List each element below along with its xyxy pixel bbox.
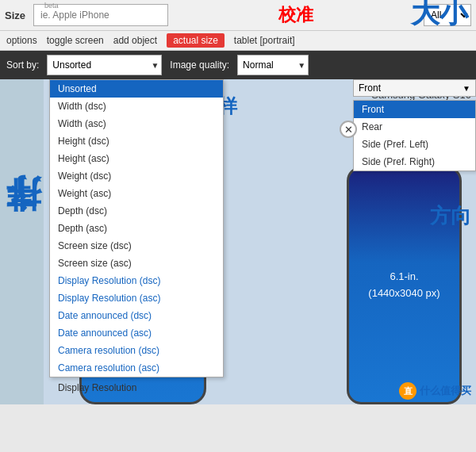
sort-item-camera-dsc[interactable]: Camera resolution (dsc) xyxy=(50,342,223,359)
sort-bar: Sort by: Unsorted ▼ Image quality: Norma… xyxy=(0,51,476,79)
phone-right-resolution: (1440x3040 px) xyxy=(368,285,440,302)
view-dropdown-menu: Front Rear Side (Pref. Left) Side (Pref.… xyxy=(353,100,476,171)
sort-dropdown: Unsorted Width (dsc) Width (asc) Height … xyxy=(49,79,224,377)
phone-right-size: 6.1-in. xyxy=(368,269,440,285)
view-item-side-left[interactable]: Side (Pref. Left) xyxy=(354,136,475,153)
sort-item-screen-dsc[interactable]: Screen size (dsc) xyxy=(50,237,223,255)
nav-add-object[interactable]: add object xyxy=(113,35,157,46)
sort-item-screen-asc[interactable]: Screen size (asc) xyxy=(50,255,223,272)
beta-label: beta xyxy=(44,2,59,10)
sort-item-depth-dsc[interactable]: Depth (dsc) xyxy=(50,202,223,220)
view-dropdown-close-button[interactable]: ✕ xyxy=(340,121,357,138)
top-right-chinese: 大小 xyxy=(411,0,468,33)
actual-size-button[interactable]: actual size xyxy=(167,33,225,48)
calibrate-text: 校准 xyxy=(173,3,419,27)
watermark-area: 直 什么值得买 xyxy=(399,382,471,400)
sort-item-width-asc[interactable]: Width (asc) xyxy=(50,115,223,132)
quality-select[interactable]: Normal xyxy=(237,55,309,75)
sort-item-weight-asc[interactable]: Weight (asc) xyxy=(50,185,223,202)
nav-options[interactable]: options xyxy=(6,35,37,46)
view-item-rear[interactable]: Rear xyxy=(354,118,475,136)
left-side-label: 排序 xyxy=(0,79,44,404)
display-resolution-label: Display Resolution xyxy=(58,382,136,393)
quality-label: Image quality: xyxy=(170,59,229,71)
sort-item-unsorted[interactable]: Unsorted xyxy=(50,80,223,98)
watermark-icon: 直 xyxy=(399,382,416,400)
sort-select[interactable]: Unsorted xyxy=(47,55,162,75)
sort-item-height-dsc[interactable]: Height (dsc) xyxy=(50,132,223,150)
sort-item-weight-dsc[interactable]: Weight (dsc) xyxy=(50,167,223,185)
sort-item-height-asc[interactable]: Height (asc) xyxy=(50,150,223,167)
sort-item-display-res-dsc[interactable]: Display Resolution (dsc) xyxy=(50,272,223,289)
view-item-side-right[interactable]: Side (Pref. Right) xyxy=(354,153,475,170)
view-item-front[interactable]: Front xyxy=(354,101,475,118)
sort-item-depth-asc[interactable]: Depth (asc) xyxy=(50,220,223,237)
view-dropdown-label: Front xyxy=(359,82,381,94)
sort-item-display-res-asc[interactable]: Display Resolution (asc) xyxy=(50,289,223,307)
sort-item-width-dsc[interactable]: Width (dsc) xyxy=(50,98,223,115)
nav-toggle-screen[interactable]: toggle screen xyxy=(47,35,104,46)
sort-label: Sort by: xyxy=(6,59,39,71)
sort-item-date-asc[interactable]: Date announced (asc) xyxy=(50,324,223,342)
view-dropdown-arrow-icon[interactable]: ▼ xyxy=(463,84,470,93)
sort-item-camera-asc[interactable]: Camera resolution (asc) xyxy=(50,359,223,377)
size-label: Size xyxy=(5,10,29,21)
sort-item-date-dsc[interactable]: Date announced (dsc) xyxy=(50,307,223,324)
nav-tablet-portrait[interactable]: tablet [portrait] xyxy=(234,35,295,46)
direction-label: 方向 xyxy=(430,202,471,230)
nav-bar: options toggle screen add object actual … xyxy=(0,31,476,51)
watermark-text: 什么值得买 xyxy=(420,384,471,398)
view-dropdown-header: Front ▼ xyxy=(353,79,476,97)
